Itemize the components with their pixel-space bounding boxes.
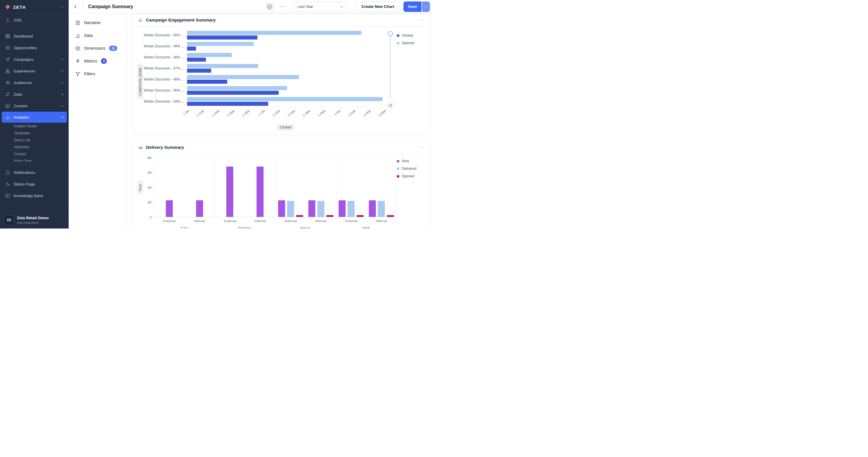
column-chart-icon <box>138 145 143 150</box>
sidebar-item-dashboard[interactable]: Dashboard <box>0 30 69 42</box>
bar-sent[interactable] <box>226 167 233 217</box>
bar-opened[interactable] <box>356 215 364 217</box>
bar-opened[interactable] <box>187 75 299 79</box>
explore-button[interactable] <box>265 2 274 11</box>
sidebar-item-data[interactable]: Data <box>0 88 69 100</box>
sidebar-subitem-insights-studio[interactable]: Insights Studio <box>0 123 69 130</box>
bar-delivered[interactable] <box>378 201 385 217</box>
bar-sent[interactable] <box>196 200 203 217</box>
sidebar-item-label: Content <box>14 104 27 108</box>
refresh-button[interactable] <box>386 101 395 109</box>
sidebar-item-audiences[interactable]: Audiences <box>0 77 69 88</box>
sidebar-subitem-prime-time[interactable]: Prime Time <box>0 158 69 162</box>
more-options-icon[interactable]: ⋯ <box>418 18 424 22</box>
sidebar-item-knowledge-base[interactable]: Knowledge Base <box>0 190 69 201</box>
sidebar-subitem-templates[interactable]: Templates <box>0 130 69 137</box>
time-range-select[interactable]: Last Year <box>293 2 346 11</box>
hash-icon: # <box>75 59 80 64</box>
panel-item-metrics[interactable]: # Metrics 9 <box>69 55 127 67</box>
chevron-down-icon <box>61 69 64 72</box>
bar-sent[interactable] <box>308 200 315 217</box>
sidebar-item-status-page[interactable]: Status Page <box>0 178 69 190</box>
panel-item-narrative[interactable]: Narrative <box>69 16 127 29</box>
bar-delivered[interactable] <box>348 201 354 217</box>
sidebar-item-experiences[interactable]: Experiences <box>0 65 69 77</box>
subgroup-label-row: ExternalInternal <box>336 217 397 225</box>
bar-opened[interactable] <box>187 64 258 68</box>
profile-card[interactable]: ZE Zeta Retail Demo zeta-retail-demo <box>0 211 69 228</box>
bar-clicked[interactable] <box>187 46 196 51</box>
legend-item[interactable]: Clicked <box>397 33 425 37</box>
bar-opened[interactable] <box>327 215 333 217</box>
back-button[interactable] <box>69 0 83 13</box>
bar-clicked[interactable] <box>187 35 257 39</box>
sidebar-subitem-query-lab[interactable]: Query Lab <box>0 137 69 143</box>
bar-sent[interactable] <box>166 200 173 217</box>
bar-delivered[interactable] <box>317 201 324 217</box>
legend-label: Opened <box>402 174 414 178</box>
bar-opened[interactable] <box>187 31 361 35</box>
legend-item[interactable]: Opened <box>397 41 425 45</box>
chevron-left-icon <box>73 4 78 9</box>
y-axis: CAMPAIGN_NAME <box>136 31 144 132</box>
sidebar-item-zoe[interactable]: ZOE <box>0 14 69 27</box>
legend: ClickedOpened <box>397 31 425 132</box>
more-options-icon[interactable]: ⋯ <box>418 145 424 150</box>
bar-sent[interactable] <box>278 200 285 217</box>
refresh-icon <box>388 103 393 107</box>
bar-opened[interactable] <box>187 53 232 57</box>
save-more-icon[interactable]: ⋯ <box>422 1 430 12</box>
sidebar-item-label: Audiences <box>14 80 32 85</box>
bar-cell <box>366 158 397 217</box>
bar-clicked[interactable] <box>187 69 211 73</box>
bar-opened[interactable] <box>187 97 382 101</box>
bar-sent[interactable] <box>339 200 346 217</box>
legend-dot <box>397 34 399 37</box>
bar-opened[interactable] <box>387 215 394 217</box>
bar-sent[interactable] <box>369 200 376 217</box>
create-new-chart-button[interactable]: Create New Chart <box>356 1 399 12</box>
sidebar-item-content[interactable]: Content <box>0 100 69 111</box>
bar-opened[interactable] <box>187 86 287 90</box>
bar-sent[interactable] <box>256 167 264 217</box>
delivery-plot: ExternalInternalExternalInternalExternal… <box>154 158 397 228</box>
bar-opened[interactable] <box>296 215 303 217</box>
more-options-icon[interactable]: ⋯ <box>279 4 284 9</box>
sidebar-item-campaigns[interactable]: Campaigns <box>0 54 69 65</box>
bar-clicked[interactable] <box>187 58 206 62</box>
save-button[interactable]: Save <box>403 1 422 12</box>
bar-delivered[interactable] <box>287 201 294 217</box>
sidebar-item-notifications[interactable]: Notifications <box>0 167 69 178</box>
analytics-submenu: Insights Studio Templates Query Lab Attr… <box>0 123 69 162</box>
legend-item[interactable]: Sent <box>397 159 425 163</box>
group-label: CTV <box>154 225 215 228</box>
panel-item-filters[interactable]: Filters <box>69 67 127 80</box>
chevron-down-icon <box>61 58 64 61</box>
bar-clicked[interactable] <box>187 80 227 84</box>
bar-clicked[interactable] <box>187 91 279 95</box>
panel-item-dimensions[interactable]: Dimensions 21 <box>69 42 127 55</box>
chevron-down-icon <box>61 81 64 84</box>
sidebar-item-label: Data <box>14 92 22 97</box>
sidebar-item-label: Dashboard <box>14 34 33 38</box>
subgroup-label: External <box>215 217 245 225</box>
legend-item[interactable]: Opened <box>397 174 425 178</box>
legend-item[interactable]: Delivered <box>397 167 425 171</box>
sidebar-subitem-attribution[interactable]: Attribution <box>0 143 69 151</box>
sidebar-item-analytics[interactable]: Analytics <box>2 111 67 123</box>
bar-clicked[interactable] <box>187 102 268 106</box>
sidebar-item-opportunities[interactable]: Opportunities <box>0 42 69 54</box>
slider-handle[interactable] <box>388 31 393 36</box>
sidebar-subitem-content[interactable]: Content <box>0 151 69 158</box>
slider-track[interactable] <box>390 33 391 99</box>
sidebar-divider <box>0 164 69 164</box>
bar-opened[interactable] <box>187 42 254 46</box>
x-axis-ticks: 1.3M1.32M1.34M1.36M1.38M1.4M1.42M1.44M1.… <box>187 108 384 124</box>
panel-item-label: Metrics <box>84 59 97 63</box>
y-axis-ticks: 02B4B6B8B <box>144 158 154 217</box>
panel-item-data[interactable]: Data <box>69 29 127 42</box>
sidebar-nav: Dashboard Opportunities Campaigns Experi… <box>0 27 69 211</box>
sidebar-more-icon[interactable]: ⋯ <box>59 5 64 9</box>
subgroup-label: Internal <box>245 217 275 225</box>
x-tick-label: 1.34M <box>211 109 220 117</box>
